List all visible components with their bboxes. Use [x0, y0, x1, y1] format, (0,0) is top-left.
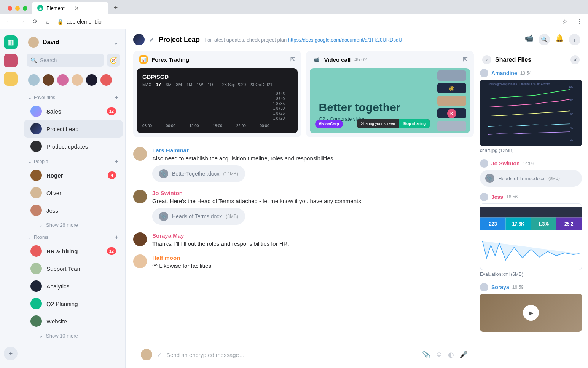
room-item[interactable]: Q2 Planning — [24, 295, 123, 312]
space-item[interactable] — [4, 54, 18, 67]
dm-avatar[interactable] — [86, 74, 97, 86]
bookmark-icon[interactable]: ☆ — [562, 18, 567, 25]
add-room-button[interactable]: + — [115, 234, 118, 241]
add-favourite-button[interactable]: + — [115, 94, 118, 101]
add-dm-button[interactable]: + — [115, 158, 118, 165]
room-item[interactable]: Jess — [24, 202, 123, 219]
range-option[interactable]: 1Y — [156, 82, 161, 87]
sender-name: Half moon — [152, 254, 474, 261]
range-option[interactable]: 6M — [166, 82, 171, 87]
shared-file-item[interactable]: Jo Swinton14:08📎Heads of Terms.docx (8MB… — [480, 159, 582, 187]
range-option[interactable]: 1W — [197, 82, 203, 87]
popout-icon[interactable]: ⇱ — [463, 56, 468, 63]
message-composer[interactable]: ✔ Send an encrypted message… 📎 ☺ ◐ 🎤 — [133, 344, 474, 368]
new-tab-button[interactable]: + — [110, 2, 121, 13]
add-space-button[interactable]: + — [4, 347, 18, 360]
room-item[interactable]: Oliver — [24, 184, 123, 202]
search-input[interactable]: 🔍 Search — [27, 54, 104, 67]
room-avatar — [30, 106, 42, 117]
minimize-window-icon[interactable] — [15, 6, 20, 11]
home-icon[interactable]: ⌂ — [44, 18, 52, 25]
sticker-icon[interactable]: ◐ — [448, 350, 454, 359]
participant-thumb[interactable]: K — [437, 108, 466, 118]
file-attachment[interactable]: 📎Heads of Terms.docx (8MB) — [480, 170, 582, 187]
file-thumbnail[interactable]: ▶ — [480, 294, 582, 332]
room-item[interactable]: Project Leap — [24, 120, 123, 138]
back-icon[interactable]: ‹ — [482, 55, 491, 64]
back-icon[interactable]: ← — [5, 18, 13, 25]
file-attachment[interactable]: 📎Heads of Terms.docx (8MB) — [152, 208, 245, 225]
room-avatar[interactable] — [133, 34, 145, 45]
range-option[interactable]: 1M — [186, 82, 192, 87]
reload-icon[interactable]: ⟳ — [31, 18, 39, 25]
dm-avatar[interactable] — [57, 74, 69, 86]
room-item[interactable]: Roger 4 — [24, 166, 123, 184]
home-space[interactable]: ▥ — [4, 35, 18, 49]
file-thumbnail[interactable]: Campaigns Acquisitions Outbound Inbound … — [480, 80, 582, 146]
composer-input[interactable]: Send an encrypted message… — [166, 352, 417, 358]
video-call-icon[interactable]: 📹 — [525, 34, 533, 45]
search-room-icon[interactable]: 🔍 — [539, 34, 550, 45]
dm-avatar[interactable] — [43, 74, 54, 86]
attach-icon[interactable]: 📎 — [422, 350, 430, 359]
avatar — [133, 190, 147, 203]
avatar — [133, 147, 147, 161]
kebab-menu-icon[interactable]: ⋮ — [577, 18, 583, 25]
file-attachment[interactable]: 📎BetterTogether.docx (14MB) — [152, 165, 245, 182]
window-controls[interactable] — [8, 6, 27, 11]
notifications-icon[interactable]: 🔔 — [555, 34, 564, 45]
browser-tab[interactable]: ◉ Element ✕ — [32, 2, 108, 14]
popout-icon[interactable]: ⇱ — [290, 56, 295, 63]
close-tab-icon[interactable]: ✕ — [75, 5, 79, 11]
sender-name: Lars Hammar — [152, 147, 474, 154]
profile-menu[interactable]: David ⌄ — [21, 33, 125, 51]
show-more-rooms[interactable]: ⌄Show 10 more — [21, 330, 125, 342]
url-field[interactable]: 🔒 app.element.io — [57, 19, 557, 25]
close-panel-icon[interactable]: ✕ — [570, 55, 580, 64]
avatar — [480, 283, 488, 291]
people-header[interactable]: ⌄ People + — [21, 155, 125, 166]
close-window-icon[interactable] — [8, 6, 12, 11]
range-option[interactable]: 3M — [176, 82, 182, 87]
range-selector[interactable]: MAX1Y6M3M1M1W1D23 Sep 2020 - 23 Oct 2021 — [142, 82, 292, 87]
voice-icon[interactable]: 🎤 — [459, 350, 468, 359]
forward-icon[interactable]: → — [18, 18, 26, 25]
range-option[interactable]: 1D — [208, 82, 213, 87]
message-timeline[interactable]: Lars Hammar Also need to establish the a… — [133, 143, 474, 344]
show-more-people[interactable]: ⌄Show 26 more — [21, 219, 125, 231]
topic-link[interactable]: https://docs.google.com/document/d/1Fk20… — [288, 37, 402, 43]
shared-file-item[interactable]: Soraya16:59▶ — [480, 283, 582, 332]
sender-name: Jo Swinton — [491, 160, 520, 166]
maximize-window-icon[interactable] — [23, 6, 27, 11]
video-stage[interactable]: Better together Q2 - Corporate vision ◉ … — [310, 68, 470, 133]
emoji-icon[interactable]: ☺ — [436, 350, 443, 359]
range-option[interactable]: MAX — [142, 82, 151, 87]
participant-thumb[interactable]: ◉ — [437, 83, 466, 93]
room-item[interactable]: Analytics — [24, 277, 123, 295]
participant-thumb[interactable] — [437, 96, 466, 106]
participant-thumb[interactable] — [437, 121, 466, 131]
file-thumbnail[interactable]: 22317.6K1.3%25.2 — [480, 203, 582, 270]
favourites-header[interactable]: ⌄ Favourites + — [21, 91, 125, 102]
room-info-icon[interactable]: i — [569, 34, 580, 45]
room-item[interactable]: Support Team — [24, 260, 123, 277]
room-item[interactable]: Sales 12 — [24, 102, 123, 120]
room-name: Oliver — [46, 190, 116, 196]
room-item[interactable]: HR & hiring 12 — [24, 242, 123, 260]
room-item[interactable]: Product updates — [24, 138, 123, 155]
participant-thumb[interactable] — [437, 70, 466, 81]
rooms-header[interactable]: ⌄ Rooms + — [21, 231, 125, 242]
play-icon[interactable]: ▶ — [523, 305, 539, 321]
dm-avatar[interactable] — [100, 74, 112, 86]
forex-chart[interactable]: GBP/SGD MAX1Y6M3M1M1W1D23 Sep 2020 - 23 … — [137, 68, 298, 133]
dm-avatar[interactable] — [28, 74, 40, 86]
space-item[interactable] — [4, 72, 18, 86]
room-item[interactable]: Website — [24, 312, 123, 330]
shared-file-item[interactable]: Jess16:5622317.6K1.3%25.2Evaluation.xml … — [480, 193, 582, 277]
widget-title: Video call — [324, 56, 351, 63]
dm-avatar[interactable] — [72, 74, 83, 86]
screen-share-banner: Sharing your screen Stop sharing — [357, 119, 430, 128]
stop-sharing-button[interactable]: Stop sharing — [399, 119, 430, 128]
shared-file-item[interactable]: Amandine13:54Campaigns Acquisitions Outb… — [480, 69, 582, 153]
explore-button[interactable]: 🧭 — [107, 54, 120, 67]
